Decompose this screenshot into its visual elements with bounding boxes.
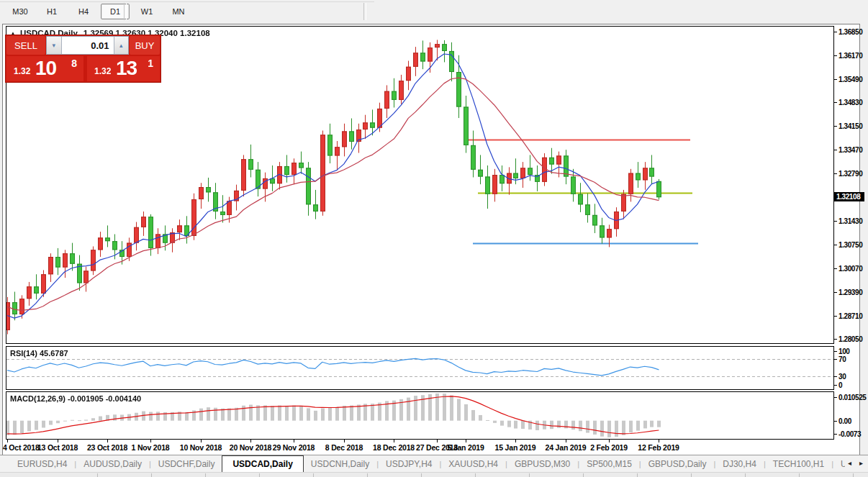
status-bar-separator — [97, 473, 98, 477]
rsi-level-label-tick — [834, 385, 837, 386]
sell-price-tile[interactable]: 1.32 10 8 — [6, 56, 83, 81]
price-axis-label-tick — [834, 339, 837, 340]
chart-tab-usdcad-daily[interactable]: USDCAD,Daily — [222, 455, 303, 473]
status-bar-separator — [475, 473, 476, 477]
timeframe-button-h4[interactable]: H4 — [69, 4, 98, 19]
rsi-level-label: 30 — [838, 372, 846, 380]
price-axis-label: 1.35490 — [838, 76, 862, 83]
price-axis-label-tick — [834, 245, 837, 245]
date-axis-label: 8 Dec 2018 — [325, 443, 363, 452]
status-bar-separator — [205, 473, 206, 477]
macd-level-label-tick — [834, 434, 837, 435]
price-axis-label: 1.36850 — [838, 28, 862, 36]
price-axis-label-tick — [834, 79, 837, 80]
date-axis-label: 18 Dec 2018 — [373, 443, 415, 452]
rsi-level-label: 100 — [838, 347, 850, 355]
volume-increase-button[interactable]: ▴ — [114, 37, 129, 54]
tab-scroll-left-icon[interactable]: ◂ — [848, 459, 851, 467]
price-axis-label: 1.33470 — [838, 146, 862, 154]
date-axis-tick — [344, 440, 345, 442]
status-bar-separator — [367, 473, 368, 477]
date-axis-tick — [437, 440, 438, 442]
rsi-level-label-tick — [834, 376, 837, 377]
chart-tab-gbpusd-daily[interactable]: GBPUSD,Daily — [641, 457, 714, 471]
sell-price-big: 10 — [35, 57, 56, 80]
price-axis-label: 1.32790 — [838, 170, 862, 178]
price-axis-label-tick — [834, 32, 837, 32]
date-axis-label: 29 Nov 2018 — [273, 443, 315, 452]
price-axis-label: 1.28710 — [838, 312, 862, 319]
date-axis-tick — [659, 440, 659, 442]
chart-tab-sp500-m15[interactable]: SP500,M15 — [579, 457, 639, 471]
price-axis-label: 1.29390 — [838, 288, 862, 296]
chart-tab-xauusd-h4[interactable]: XAUUSD,H4 — [441, 457, 505, 471]
rsi-title: RSI(14) 45.6787 — [10, 349, 68, 358]
buy-price-pip: 1 — [148, 58, 153, 69]
terminal-window: M30H1H4D1W1MN ▲USDCAD,Daily1.32569 1.326… — [0, 0, 868, 477]
chart-tab-gbpusd-m30[interactable]: GBPUSD,M30 — [507, 457, 577, 471]
date-axis-label: 15 Jan 2019 — [495, 443, 536, 452]
macd-level-label-tick — [834, 421, 837, 422]
price-axis-label-tick — [834, 150, 837, 150]
price-axis-label-tick — [834, 173, 837, 174]
chart-tab-tech100-h1[interactable]: TECH100,H1 — [766, 457, 831, 471]
price-axis-label-tick — [834, 292, 837, 293]
rsi-level-label-tick — [834, 359, 837, 360]
date-axis-tick — [515, 440, 516, 442]
timeframe-button-w1[interactable]: W1 — [132, 4, 161, 19]
price-chart-canvas[interactable] — [6, 26, 834, 440]
chart-tab-uk[interactable]: UK — [833, 457, 845, 471]
date-axis-label: 23 Oct 2018 — [87, 443, 127, 452]
chart-tab-dj30-h4[interactable]: DJ30,H4 — [715, 457, 764, 471]
macd-title: MACD(12,26,9) -0.001905 -0.004140 — [10, 394, 141, 403]
macd-level-label: 0.010525 — [838, 394, 867, 401]
timeframe-button-h1[interactable]: H1 — [37, 4, 66, 19]
date-axis-tick — [107, 440, 108, 442]
timeframe-button-m30[interactable]: M30 — [6, 4, 35, 19]
buy-button[interactable]: BUY — [130, 36, 160, 55]
chart-tab-list: EURUSD,H4|AUDUSD,Daily|USDCHF,DailyUSDCA… — [10, 455, 845, 473]
status-bar-separator — [691, 473, 692, 477]
timeframe-buttons: M30H1H4D1W1MN — [6, 4, 193, 19]
date-axis-label: 10 Nov 2018 — [180, 443, 222, 452]
price-axis-label: 1.30750 — [838, 241, 862, 249]
price-axis-label: 1.34150 — [838, 122, 862, 130]
macd-level-label: 0.00 — [838, 417, 851, 424]
volume-stepper: ▾ ▴ — [46, 36, 129, 55]
date-axis-label: 13 Oct 2018 — [37, 443, 78, 452]
volume-decrease-button[interactable]: ▾ — [47, 37, 62, 54]
tab-scroll-right-icon[interactable]: ▸ — [859, 459, 863, 467]
date-axis-tick — [201, 440, 202, 442]
buy-price-big: 13 — [116, 57, 137, 80]
date-axis-tick — [250, 440, 251, 442]
price-axis-label: 1.30070 — [838, 265, 862, 273]
price-axis-label-tick — [834, 221, 837, 222]
one-click-trade-panel: SELL ▾ ▴ BUY 1.32 10 8 1.32 13 1 — [5, 35, 161, 83]
toolbar-separator — [124, 3, 127, 20]
sell-button[interactable]: SELL — [6, 36, 45, 55]
chart-tab-eurusd-h4[interactable]: EURUSD,H4 — [10, 457, 74, 471]
date-axis-tick — [609, 440, 610, 442]
chart-tab-usdjpy-h4[interactable]: USDJPY,H4 — [379, 457, 439, 471]
volume-input[interactable] — [62, 37, 114, 54]
macd-level-label: -0.0073 — [838, 430, 861, 438]
buy-price-prefix: 1.32 — [94, 66, 111, 76]
timeframe-button-mn[interactable]: MN — [164, 4, 193, 19]
status-bar-separator — [313, 473, 314, 477]
buy-price-tile[interactable]: 1.32 13 1 — [87, 56, 160, 81]
price-axis-label-tick — [834, 126, 837, 127]
status-bar-separator — [637, 473, 638, 477]
status-bar-separator — [151, 473, 152, 477]
date-axis-label: 1 Nov 2018 — [132, 443, 170, 452]
timeframe-toolbar: M30H1H4D1W1MN — [0, 0, 868, 23]
status-bar-separator — [583, 473, 584, 477]
chart-tab-usdcnh-daily[interactable]: USDCNH,Daily — [304, 457, 376, 471]
date-axis-label: 20 Nov 2018 — [230, 443, 272, 452]
toolbar-separator — [363, 3, 366, 20]
toolbar-divider — [0, 1, 374, 2]
chart-tab-audusd-daily[interactable]: AUDUSD,Daily — [76, 457, 149, 471]
status-bar-separator — [745, 473, 746, 477]
chart-tab-usdchf-daily[interactable]: USDCHF,Daily — [151, 457, 222, 471]
status-bar-separator — [799, 473, 800, 477]
price-axis-label: 1.36170 — [838, 52, 862, 60]
